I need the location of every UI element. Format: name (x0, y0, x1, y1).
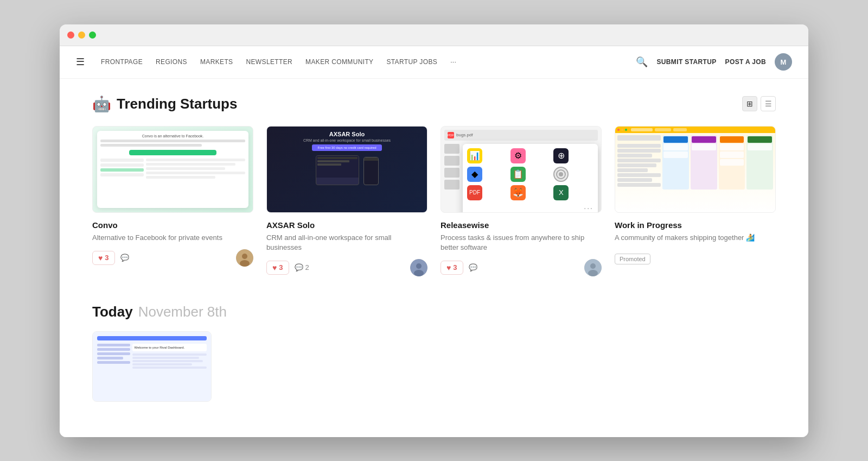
card-wip-name: Work in Progress (615, 220, 776, 230)
close-button[interactable] (67, 31, 74, 39)
titlebar (60, 24, 808, 46)
axsar-device-mockup (271, 155, 423, 185)
nav-links: FRONTPAGE REGIONS MARKETS NEWSLETTER MAK… (101, 58, 625, 66)
card-releasewise-likes[interactable]: ♥ 3 (441, 261, 463, 275)
card-releasewise-avatar (584, 259, 602, 276)
card-wip-footer: Promoted (615, 249, 776, 264)
svg-point-9 (590, 263, 596, 269)
card-convo-avatar (236, 249, 253, 267)
card-releasewise-footer: ♥ 3 💬 (441, 259, 602, 276)
heart-icon: ♥ (98, 254, 103, 262)
list-view-toggle[interactable]: ☰ (761, 96, 776, 111)
card-releasewise-actions: ♥ 3 💬 (441, 261, 477, 275)
card-convo[interactable]: Convo is an alternative to Facebook. (92, 126, 253, 276)
comment-icon: 💬 (469, 263, 477, 271)
minimize-button[interactable] (78, 31, 85, 39)
card-axsar-avatar (410, 259, 427, 276)
card-axsar-like-count: 3 (279, 263, 283, 271)
comment-icon: 💬 (120, 254, 129, 262)
selected-icon[interactable] (553, 167, 569, 182)
trending-title: Trending Startups (117, 96, 237, 112)
card-axsar-likes[interactable]: ♥ 3 (266, 261, 289, 275)
app-icon-pink: ⚙ (510, 148, 526, 163)
card-wip-image (615, 126, 776, 213)
nav-markets[interactable]: MARKETS (200, 58, 233, 66)
nav-regions[interactable]: REGIONS (156, 58, 187, 66)
card-releasewise-desc: Process tasks & issues from anywhere to … (441, 233, 602, 252)
card-axsar-comment-count: 2 (305, 263, 309, 271)
svg-point-2 (240, 260, 250, 267)
wip-screenshot (615, 127, 775, 212)
hamburger-icon[interactable]: ☰ (76, 56, 85, 68)
card-convo-desc: Alternative to Facebook for private even… (92, 233, 253, 243)
window-controls (67, 31, 96, 39)
trending-section-header: 🤖 Trending Startups ⊞ ☰ (92, 95, 776, 113)
trending-cards-grid: Convo is an alternative to Facebook. (92, 126, 776, 276)
nav-newsletter[interactable]: NEWSLETTER (246, 58, 292, 66)
svg-point-7 (559, 172, 563, 176)
today-cards: Welcome to your Rival Dashboard. (92, 331, 776, 402)
card-axsar-footer: ♥ 3 💬 2 (266, 259, 427, 276)
grid-view-toggle[interactable]: ⊞ (742, 96, 757, 111)
card-axsar-actions: ♥ 3 💬 2 (266, 261, 309, 275)
svg-point-1 (242, 254, 247, 259)
post-job-link[interactable]: POST A JOB (725, 58, 766, 66)
view-toggles: ⊞ ☰ (742, 96, 776, 111)
convo-mockup: Convo is an alternative to Facebook. (97, 131, 248, 208)
card-convo-footer: ♥ 3 💬 (92, 249, 253, 267)
today-title: Today (92, 304, 133, 320)
card-axsar-name: AXSAR Solo (266, 220, 427, 230)
card-releasewise-name: Releasewise (441, 220, 602, 230)
promoted-badge: Promoted (615, 254, 650, 264)
user-avatar[interactable]: M (775, 53, 792, 71)
app-icon-red: PDF (467, 185, 482, 200)
heart-icon: ♥ (446, 263, 451, 272)
nav-more[interactable]: ··· (450, 58, 456, 66)
excel-icon: X (553, 185, 569, 200)
card-wip-desc: A community of makers shipping together … (615, 233, 776, 243)
card-convo-likes[interactable]: ♥ 3 (92, 251, 115, 265)
navbar: ☰ FRONTPAGE REGIONS MARKETS NEWSLETTER M… (60, 46, 808, 79)
svg-point-5 (414, 270, 424, 276)
card-releasewise-like-count: 3 (453, 263, 457, 271)
maximize-button[interactable] (89, 31, 96, 39)
card-rival[interactable]: Welcome to your Rival Dashboard. (92, 331, 212, 402)
gitlab-icon: 🦊 (510, 185, 526, 200)
svg-point-4 (416, 263, 422, 269)
nav-maker-community[interactable]: MAKER COMMUNITY (305, 58, 373, 66)
card-convo-comments[interactable]: 💬 (120, 254, 129, 262)
today-section-header: Today November 8th (92, 304, 776, 320)
card-convo-image: Convo is an alternative to Facebook. (92, 126, 253, 213)
content-area: ☰ FRONTPAGE REGIONS MARKETS NEWSLETTER M… (60, 46, 808, 437)
app-window: ☰ FRONTPAGE REGIONS MARKETS NEWSLETTER M… (60, 24, 808, 437)
card-releasewise[interactable]: PDF bugs.pdf � (441, 126, 602, 276)
nav-startup-jobs[interactable]: STARTUP JOBS (386, 58, 437, 66)
submit-startup-link[interactable]: SUBMIT STARTUP (656, 58, 716, 66)
today-date: November 8th (138, 304, 227, 320)
card-axsar[interactable]: AXSAR Solo CRM and all-in-one workspace … (266, 126, 427, 276)
card-releasewise-comments[interactable]: 💬 (469, 263, 477, 271)
nav-frontpage[interactable]: FRONTPAGE (101, 58, 143, 66)
nav-right: 🔍 SUBMIT STARTUP POST A JOB M (636, 53, 792, 71)
card-convo-actions: ♥ 3 💬 (92, 251, 129, 265)
trending-icon: 🤖 (92, 95, 111, 113)
comment-icon: 💬 (295, 263, 303, 271)
card-axsar-desc: CRM and all-in-one workspace for small b… (266, 233, 427, 252)
card-convo-like-count: 3 (105, 254, 108, 262)
google-keep-icon: ◆ (467, 167, 482, 182)
heart-icon: ♥ (272, 263, 277, 272)
more-apps-dots[interactable]: ··· (467, 204, 593, 212)
card-rival-image: Welcome to your Rival Dashboard. (92, 331, 212, 402)
google-sheets-icon: 📋 (510, 167, 526, 182)
card-wip[interactable]: Work in Progress A community of makers s… (615, 126, 776, 276)
pdf-icon: PDF (448, 132, 454, 138)
github-icon: ⊕ (553, 148, 569, 163)
convo-signup-btn (129, 150, 216, 155)
card-axsar-image: AXSAR Solo CRM and all-in-one workspace … (266, 126, 427, 213)
card-axsar-comments[interactable]: 💬 2 (295, 263, 309, 271)
card-releasewise-image: PDF bugs.pdf � (441, 126, 602, 213)
main-content: 🤖 Trending Startups ⊞ ☰ Convo is an alte… (60, 79, 808, 424)
card-convo-name: Convo (92, 220, 253, 230)
search-icon[interactable]: 🔍 (636, 56, 648, 68)
release-app-picker: 📊 ⚙ ⊕ ◆ 📋 PDF � (463, 144, 598, 213)
